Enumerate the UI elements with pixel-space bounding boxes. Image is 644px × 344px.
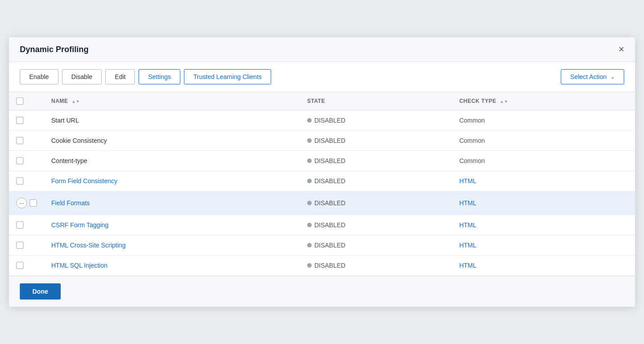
check-type-link[interactable]: HTML — [459, 199, 476, 207]
chevron-down-icon: ⌄ — [610, 74, 615, 80]
select-all-column — [9, 92, 44, 110]
row-check-cell — [9, 171, 44, 191]
state-label: DISABLED — [314, 157, 345, 164]
status-dot-icon — [307, 201, 312, 205]
row-check-cell — [9, 256, 44, 276]
row-state: DISABLED — [300, 191, 452, 215]
table-row: Form Field ConsistencyDISABLEDHTML — [9, 171, 635, 191]
row-check-type: HTML — [452, 215, 635, 235]
state-label: DISABLED — [314, 137, 345, 144]
row-state: DISABLED — [300, 151, 452, 171]
edit-button[interactable]: Edit — [105, 69, 135, 84]
state-label: DISABLED — [314, 117, 345, 124]
row-check-cell — [9, 151, 44, 171]
state-label: DISABLED — [314, 177, 345, 185]
status-dot-icon — [307, 179, 312, 183]
table-body: Start URLDISABLEDCommonCookie Consistenc… — [9, 110, 635, 276]
row-state: DISABLED — [300, 215, 452, 235]
check-type-link[interactable]: HTML — [459, 177, 476, 185]
table-row: HTML Cross-Site ScriptingDISABLEDHTML — [9, 235, 635, 256]
name-column-header[interactable]: NAME ▲▼ — [44, 92, 300, 110]
status-dot-icon — [307, 223, 312, 227]
modal-header: Dynamic Profiling × — [9, 37, 635, 62]
settings-button[interactable]: Settings — [139, 69, 180, 84]
state-label: DISABLED — [314, 221, 345, 229]
row-check-type: Common — [452, 110, 635, 131]
row-name: HTML Cross-Site Scripting — [44, 235, 300, 256]
row-check-type: HTML — [452, 171, 635, 191]
row-state: DISABLED — [300, 131, 452, 151]
name-sort-icon: ▲▼ — [72, 99, 80, 104]
select-action-button[interactable]: Select Action ⌄ — [561, 69, 624, 84]
modal-footer: Done — [9, 276, 635, 307]
row-check-cell — [9, 131, 44, 151]
row-check-cell — [9, 110, 44, 131]
modal-title: Dynamic Profiling — [20, 45, 89, 54]
row-checkbox[interactable] — [16, 242, 23, 249]
row-name: Field Formats — [44, 191, 300, 215]
trusted-clients-button[interactable]: Trusted Learning Clients — [184, 69, 271, 84]
row-check-cell — [9, 215, 44, 235]
row-check-type: Common — [452, 151, 635, 171]
table-row: Cookie ConsistencyDISABLEDCommon — [9, 131, 635, 151]
status-dot-icon — [307, 138, 312, 143]
close-button[interactable]: × — [618, 44, 624, 54]
check-type-link[interactable]: HTML — [459, 262, 476, 269]
table-row: ···Field FormatsDISABLEDHTML — [9, 191, 635, 215]
status-dot-icon — [307, 263, 312, 268]
row-checkbox[interactable] — [16, 221, 23, 229]
row-checkbox[interactable] — [16, 137, 23, 144]
row-name: Content-type — [44, 151, 300, 171]
state-label: DISABLED — [314, 262, 345, 269]
row-actions-button[interactable]: ··· — [16, 198, 27, 208]
row-name: Form Field Consistency — [44, 171, 300, 191]
status-dot-icon — [307, 118, 312, 123]
row-state: DISABLED — [300, 235, 452, 256]
row-checkbox[interactable] — [16, 117, 23, 124]
row-name: HTML SQL Injection — [44, 256, 300, 276]
check-type-link[interactable]: HTML — [459, 242, 476, 249]
state-label: DISABLED — [314, 199, 345, 207]
table-container: NAME ▲▼ STATE CHECK TYPE ▲▼ Start URLDIS… — [9, 92, 635, 276]
check-type-sort-icon: ▲▼ — [500, 99, 508, 104]
status-dot-icon — [307, 243, 312, 247]
state-column-header: STATE — [300, 92, 452, 110]
enable-button[interactable]: Enable — [20, 69, 58, 84]
done-button[interactable]: Done — [20, 283, 61, 300]
check-type-link[interactable]: HTML — [459, 221, 476, 229]
row-check-type: Common — [452, 131, 635, 151]
row-state: DISABLED — [300, 256, 452, 276]
row-name: CSRF Form Tagging — [44, 215, 300, 235]
state-label: DISABLED — [314, 242, 345, 249]
row-checkbox[interactable] — [30, 199, 37, 207]
table-row: Start URLDISABLEDCommon — [9, 110, 635, 131]
row-checkbox[interactable] — [16, 157, 23, 164]
row-checkbox[interactable] — [16, 177, 23, 185]
row-check-type: HTML — [452, 235, 635, 256]
row-check-cell: ··· — [9, 191, 44, 215]
row-name: Cookie Consistency — [44, 131, 300, 151]
row-check-type: HTML — [452, 256, 635, 276]
dynamic-profiling-modal: Dynamic Profiling × Enable Disable Edit … — [9, 37, 635, 307]
select-action-label: Select Action — [570, 73, 607, 80]
status-dot-icon — [307, 159, 312, 163]
table-row: Content-typeDISABLEDCommon — [9, 151, 635, 171]
select-all-checkbox[interactable] — [16, 97, 23, 105]
disable-button[interactable]: Disable — [62, 69, 102, 84]
row-check-cell — [9, 235, 44, 256]
row-checkbox[interactable] — [16, 262, 23, 269]
table-header: NAME ▲▼ STATE CHECK TYPE ▲▼ — [9, 92, 635, 110]
toolbar: Enable Disable Edit Settings Trusted Lea… — [9, 62, 635, 92]
check-type-column-header[interactable]: CHECK TYPE ▲▼ — [452, 92, 635, 110]
row-state: DISABLED — [300, 171, 452, 191]
row-check-type: HTML — [452, 191, 635, 215]
profiling-table: NAME ▲▼ STATE CHECK TYPE ▲▼ Start URLDIS… — [9, 92, 635, 276]
row-state: DISABLED — [300, 110, 452, 131]
table-row: HTML SQL InjectionDISABLEDHTML — [9, 256, 635, 276]
row-name: Start URL — [44, 110, 300, 131]
table-row: CSRF Form TaggingDISABLEDHTML — [9, 215, 635, 235]
